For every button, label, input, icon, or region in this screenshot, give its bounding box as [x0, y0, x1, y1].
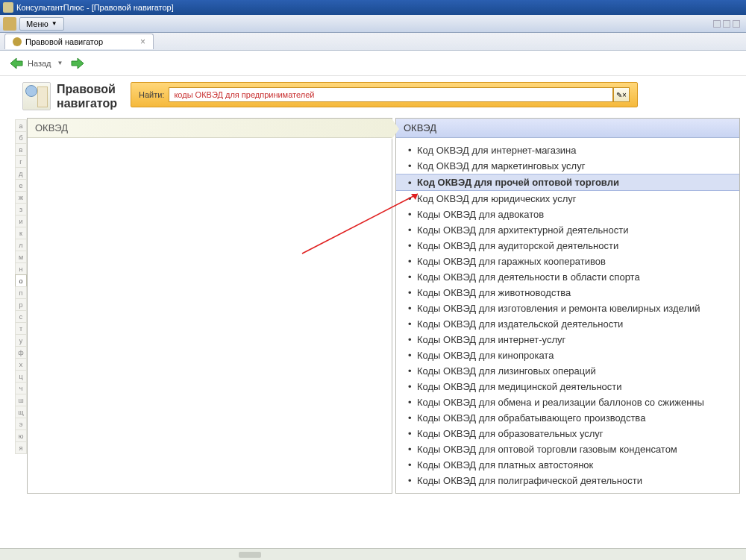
- alpha-letter[interactable]: н: [15, 262, 27, 275]
- topic-item[interactable]: Коды ОКВЭД для кинопроката: [396, 347, 739, 363]
- toolbar-button[interactable]: [723, 20, 730, 28]
- tab-icon: [13, 37, 22, 46]
- status-bar: [0, 548, 746, 560]
- alpha-letter[interactable]: а: [15, 119, 27, 132]
- alpha-letter[interactable]: г: [15, 155, 27, 168]
- topic-item[interactable]: Коды ОКВЭД для животноводства: [396, 285, 739, 301]
- alpha-letter[interactable]: в: [15, 143, 27, 156]
- topic-item[interactable]: Коды ОКВЭД для оптовой торговли газовым …: [396, 441, 739, 457]
- alpha-letter[interactable]: к: [15, 227, 27, 239]
- navigation-bar: Назад ▼: [0, 51, 746, 76]
- app-icon: [3, 2, 13, 13]
- alpha-letter[interactable]: х: [15, 358, 27, 371]
- alpha-letter[interactable]: о: [15, 274, 27, 287]
- window-title: КонсультантПлюс - [Правовой навигатор]: [16, 0, 174, 15]
- search-clear-button[interactable]: ✎×: [613, 87, 630, 102]
- alpha-letter[interactable]: ю: [15, 430, 27, 442]
- alpha-letter[interactable]: м: [15, 251, 27, 263]
- toolbar-button[interactable]: [713, 20, 721, 28]
- topic-item[interactable]: Коды ОКВЭД для адвокатов: [396, 207, 739, 222]
- close-icon[interactable]: ×: [140, 37, 145, 47]
- topic-item[interactable]: Коды ОКВЭД для гаражных кооперативов: [396, 254, 739, 269]
- alpha-letter[interactable]: ц: [15, 370, 27, 383]
- topic-item[interactable]: Коды ОКВЭД для обрабатывающего производс…: [396, 410, 739, 426]
- alpha-letter[interactable]: е: [15, 179, 27, 192]
- menu-bar: Меню ▼: [0, 15, 746, 33]
- tab-bar: Правовой навигатор ×: [0, 33, 746, 51]
- back-label: Назад: [28, 59, 51, 68]
- alpha-letter[interactable]: щ: [15, 406, 27, 418]
- search-label: Найти:: [139, 90, 164, 99]
- categories-panel: ОКВЭД: [27, 118, 392, 494]
- topics-header: ОКВЭД: [396, 119, 739, 138]
- menu-label: Меню: [26, 19, 48, 28]
- alpha-letter[interactable]: з: [15, 203, 27, 215]
- back-dropdown[interactable]: ▼: [57, 60, 63, 66]
- alpha-letter[interactable]: р: [15, 298, 27, 311]
- alpha-letter[interactable]: ч: [15, 382, 27, 394]
- alpha-letter[interactable]: т: [15, 322, 27, 335]
- topic-item[interactable]: Коды ОКВЭД для архитектурной деятельност…: [396, 222, 739, 238]
- alphabet-index: абвгдежзиклмнопрстуфхцчшщэюя: [15, 119, 27, 494]
- search-input[interactable]: [169, 87, 613, 102]
- tab-navigator[interactable]: Правовой навигатор ×: [4, 34, 154, 49]
- topic-item[interactable]: Коды ОКВЭД для обмена и реализации балло…: [396, 394, 739, 410]
- alpha-letter[interactable]: б: [15, 131, 27, 144]
- alpha-letter[interactable]: п: [15, 286, 27, 299]
- topics-panel: ОКВЭД Код ОКВЭД для интернет-магазинаКод…: [395, 118, 740, 494]
- main-content: абвгдежзиклмнопрстуфхцчшщэюя ОКВЭД ОКВЭД…: [0, 113, 746, 494]
- alpha-letter[interactable]: с: [15, 310, 27, 323]
- topic-item[interactable]: Коды ОКВЭД для изготовления и ремонта юв…: [396, 301, 739, 316]
- topic-item[interactable]: Коды ОКВЭД для интернет-услуг: [396, 332, 739, 347]
- toolbar-right: [713, 20, 740, 28]
- svg-marker-0: [10, 58, 22, 69]
- page-header: Правовой навигатор Найти: ✎×: [0, 76, 746, 113]
- topic-item[interactable]: Коды ОКВЭД для платных автостоянок: [396, 457, 739, 473]
- svg-marker-1: [72, 58, 84, 69]
- alpha-letter[interactable]: ф: [15, 346, 27, 359]
- tab-label: Правовой навигатор: [25, 37, 103, 46]
- alpha-letter[interactable]: л: [15, 239, 27, 251]
- app-menu-icon[interactable]: [3, 17, 16, 31]
- alpha-letter[interactable]: у: [15, 334, 27, 347]
- alpha-letter[interactable]: ж: [15, 191, 27, 204]
- topic-item[interactable]: Код ОКВЭД для интернет-магазина: [396, 142, 739, 158]
- topic-item[interactable]: Код ОКВЭД для прочей оптовой торговли: [396, 174, 739, 191]
- chevron-down-icon: ▼: [51, 20, 57, 27]
- topics-list[interactable]: Код ОКВЭД для интернет-магазинаКод ОКВЭД…: [396, 138, 739, 493]
- forward-button[interactable]: [70, 57, 85, 70]
- topic-item[interactable]: Коды ОКВЭД для образовательных услуг: [396, 426, 739, 441]
- categories-header: ОКВЭД: [28, 119, 392, 138]
- topic-item[interactable]: Коды ОКВЭД для издательской деятельности: [396, 316, 739, 332]
- toolbar-button[interactable]: [733, 20, 740, 28]
- alpha-letter[interactable]: ш: [15, 394, 27, 406]
- alpha-letter[interactable]: э: [15, 418, 27, 430]
- search-bar: Найти: ✎×: [131, 82, 638, 107]
- topic-item[interactable]: Код ОКВЭД для маркетинговых услуг: [396, 158, 739, 174]
- topic-item[interactable]: Коды ОКВЭД для лизинговых операций: [396, 363, 739, 379]
- menu-button[interactable]: Меню ▼: [19, 17, 64, 31]
- topic-item[interactable]: Коды ОКВЭД для аудиторской деятельности: [396, 238, 739, 254]
- alpha-letter[interactable]: д: [15, 167, 27, 180]
- back-button[interactable]: [9, 57, 24, 70]
- topic-item[interactable]: Коды ОКВЭД для деятельности в области сп…: [396, 269, 739, 285]
- topic-item[interactable]: Коды ОКВЭД для полиграфической деятельно…: [396, 473, 739, 488]
- topic-item[interactable]: Код ОКВЭД для юридических услуг: [396, 191, 739, 207]
- alpha-letter[interactable]: и: [15, 215, 27, 227]
- alpha-letter[interactable]: я: [15, 441, 27, 454]
- navigator-logo-icon: [22, 82, 51, 110]
- topic-item[interactable]: Коды ОКВЭД для медицинской деятельности: [396, 379, 739, 394]
- page-title: Правовой навигатор: [57, 82, 117, 110]
- window-titlebar: КонсультантПлюс - [Правовой навигатор]: [0, 0, 746, 15]
